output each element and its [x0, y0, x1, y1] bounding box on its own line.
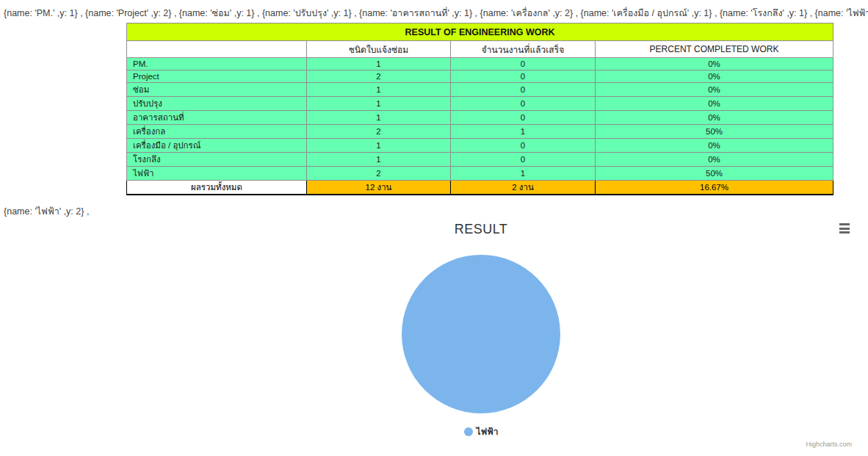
row-done: 0 — [451, 58, 596, 70]
row-done: 0 — [451, 153, 596, 167]
row-count: 1 — [307, 139, 451, 153]
table-column-header-row: ชนิดใบแจ้งซ่อม จำนวนงานที่แล้วเสร็จ PERC… — [127, 41, 833, 58]
row-done: 0 — [451, 111, 596, 125]
table-row: PM. 1 0 0% — [127, 58, 833, 70]
row-percent: 0% — [596, 139, 833, 153]
table-title: RESULT OF ENGINEERING WORK — [127, 23, 833, 41]
row-label: โรงกลึง — [127, 153, 307, 167]
summary-label: ผลรวมทั้งหมด — [127, 181, 307, 195]
result-pie-chart: RESULT ไฟฟ้า Highcharts.com — [103, 217, 859, 453]
chart-context-menu-icon[interactable] — [839, 223, 850, 234]
row-count: 1 — [307, 111, 451, 125]
table-row: ไฟฟ้า 2 1 50% — [127, 167, 833, 181]
table-row: เครื่องมือ / อุปกรณ์ 1 0 0% — [127, 139, 833, 153]
row-done: 0 — [451, 97, 596, 111]
table-header-group: RESULT OF ENGINEERING WORK ชนิดใบแจ้งซ่อ… — [127, 23, 833, 58]
column-header-blank — [127, 41, 307, 58]
table-row: อาคารสถานที่ 1 0 0% — [127, 111, 833, 125]
table-row: เครื่องกล 2 1 50% — [127, 125, 833, 139]
column-header-percent: PERCENT COMPLETED WORK — [596, 41, 833, 58]
row-label: เครื่องมือ / อุปกรณ์ — [127, 139, 307, 153]
row-done: 1 — [451, 167, 596, 181]
row-count: 2 — [307, 125, 451, 139]
column-header-request-type: ชนิดใบแจ้งซ่อม — [307, 41, 451, 58]
row-count: 2 — [307, 167, 451, 181]
row-label: ซ่อม — [127, 83, 307, 97]
row-label: ไฟฟ้า — [127, 167, 307, 181]
row-count: 1 — [307, 58, 451, 70]
row-percent: 0% — [596, 58, 833, 70]
row-percent: 50% — [596, 125, 833, 139]
row-percent: 50% — [596, 167, 833, 181]
row-label: อาคารสถานที่ — [127, 111, 307, 125]
row-percent: 0% — [596, 97, 833, 111]
row-done: 0 — [451, 139, 596, 153]
menu-bar — [839, 223, 850, 225]
row-count: 1 — [307, 97, 451, 111]
row-done: 0 — [451, 70, 596, 83]
row-done: 1 — [451, 125, 596, 139]
row-done: 0 — [451, 83, 596, 97]
table-row: ปรับปรุง 1 0 0% — [127, 97, 833, 111]
legend-item-electrical[interactable]: ไฟฟ้า — [464, 424, 499, 438]
table-title-row: RESULT OF ENGINEERING WORK — [127, 23, 833, 41]
row-percent: 0% — [596, 111, 833, 125]
row-label: Project — [127, 70, 307, 83]
pie-slice-electrical[interactable] — [402, 255, 560, 413]
row-count: 1 — [307, 153, 451, 167]
table-row: โรงกลึง 1 0 0% — [127, 153, 833, 167]
row-count: 1 — [307, 83, 451, 97]
table-summary-group: ผลรวมทั้งหมด 12 งาน 2 งาน 16.67% — [127, 181, 833, 195]
chart-title: RESULT — [103, 222, 859, 237]
chart-legend: ไฟฟ้า — [103, 424, 859, 438]
menu-bar — [839, 231, 850, 234]
row-label: เครื่องกล — [127, 125, 307, 139]
summary-percent: 16.67% — [596, 181, 833, 195]
column-header-completed-jobs: จำนวนงานที่แล้วเสร็จ — [451, 41, 596, 58]
row-count: 2 — [307, 70, 451, 83]
row-label: PM. — [127, 58, 307, 70]
table-row: ซ่อม 1 0 0% — [127, 83, 833, 97]
row-percent: 0% — [596, 153, 833, 167]
table-body: PM. 1 0 0% Project 2 0 0% ซ่อม 1 0 0% ปร… — [127, 58, 833, 181]
legend-marker-icon — [464, 427, 473, 436]
row-percent: 0% — [596, 83, 833, 97]
highcharts-credits-link[interactable]: Highcharts.com — [806, 441, 852, 448]
engineering-work-table: RESULT OF ENGINEERING WORK ชนิดใบแจ้งซ่อ… — [126, 23, 833, 195]
table-summary-row: ผลรวมทั้งหมด 12 งาน 2 งาน 16.67% — [127, 181, 833, 195]
legend-label: ไฟฟ้า — [477, 424, 499, 438]
row-percent: 0% — [596, 70, 833, 83]
summary-done-count: 2 งาน — [451, 181, 596, 195]
series-data-text: {name: 'PM.' ,y: 1} , {name: 'Project' ,… — [4, 6, 868, 21]
series-data-text-secondary: {name: 'ไฟฟ้า' ,y: 2} , — [4, 204, 89, 219]
summary-total-count: 12 งาน — [307, 181, 451, 195]
menu-bar — [839, 228, 850, 230]
row-label: ปรับปรุง — [127, 97, 307, 111]
table-row: Project 2 0 0% — [127, 70, 833, 83]
